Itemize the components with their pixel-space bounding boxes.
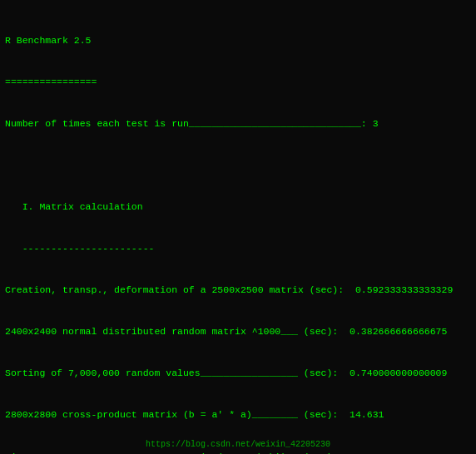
title-line: R Benchmark 2.5 xyxy=(5,34,471,48)
section1-line5: Linear regr. over a 3000x3000 matrix (c … xyxy=(5,451,471,455)
section1-title: I. Matrix calculation xyxy=(5,200,471,215)
section1-sep: ----------------------- xyxy=(5,242,471,256)
runs-line: Number of times each test is run________… xyxy=(5,117,471,131)
blank1 xyxy=(5,159,471,173)
terminal-output: R Benchmark 2.5 ================ Number … xyxy=(5,7,471,454)
section1-line3: Sorting of 7,000,000 random values______… xyxy=(5,367,471,381)
section1-line4: 2800x2800 cross-product matrix (b = a' *… xyxy=(5,408,471,422)
section1-line1: Creation, transp., deformation of a 2500… xyxy=(5,284,471,298)
watermark-text: https://blog.csdn.net/weixin_42205230 xyxy=(146,439,330,452)
separator-line: ================ xyxy=(5,76,471,90)
section1-line2: 2400x2400 normal distributed random matr… xyxy=(5,325,471,339)
